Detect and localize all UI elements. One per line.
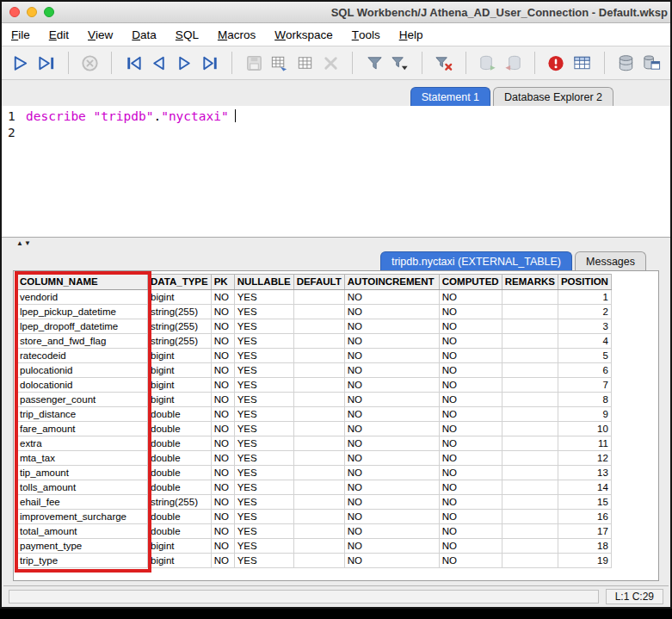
cell[interactable]: mta_tax bbox=[17, 451, 148, 466]
close-window-button[interactable] bbox=[9, 7, 20, 17]
cell[interactable]: 18 bbox=[558, 539, 611, 554]
cell[interactable]: NO bbox=[439, 539, 502, 554]
cell[interactable]: NO bbox=[439, 407, 502, 422]
cell[interactable]: 8 bbox=[558, 393, 611, 407]
cell[interactable]: 10 bbox=[558, 422, 611, 436]
cell[interactable]: NO bbox=[211, 422, 234, 436]
cell[interactable]: NO bbox=[439, 436, 502, 451]
cell[interactable]: NO bbox=[344, 363, 439, 378]
cell[interactable] bbox=[502, 524, 558, 539]
cell[interactable]: 15 bbox=[558, 495, 611, 510]
delete-row-button[interactable] bbox=[320, 51, 342, 76]
menu-sql[interactable]: SQL bbox=[166, 23, 208, 46]
cell[interactable]: YES bbox=[234, 466, 293, 480]
cell[interactable]: NO bbox=[344, 510, 439, 524]
column-header-remarks[interactable]: REMARKS bbox=[502, 275, 558, 290]
cell[interactable]: bigint bbox=[148, 290, 212, 305]
cell[interactable]: NO bbox=[439, 495, 502, 510]
table-row[interactable]: extradoubleNOYESNONO11 bbox=[17, 436, 612, 451]
stop-button[interactable] bbox=[79, 51, 102, 76]
cell[interactable] bbox=[293, 334, 344, 349]
collapse-up-icon[interactable]: ▲ bbox=[16, 240, 23, 247]
menu-help[interactable]: Help bbox=[390, 23, 433, 46]
cell[interactable]: fare_amount bbox=[17, 422, 148, 436]
cell[interactable]: tip_amount bbox=[17, 466, 148, 480]
cell[interactable]: bigint bbox=[148, 349, 212, 363]
table-row[interactable]: pulocationidbigintNOYESNONO6 bbox=[17, 363, 612, 378]
splitter[interactable]: ▲ ▼ bbox=[2, 238, 670, 250]
cell[interactable]: YES bbox=[234, 305, 293, 319]
cell[interactable]: YES bbox=[234, 319, 293, 334]
cell[interactable]: NO bbox=[439, 363, 502, 378]
cell[interactable]: NO bbox=[344, 378, 439, 393]
cell[interactable] bbox=[293, 319, 344, 334]
cell[interactable] bbox=[502, 349, 558, 363]
menu-edit[interactable]: Edit bbox=[40, 23, 78, 46]
cell[interactable]: 3 bbox=[558, 319, 611, 334]
cell[interactable]: NO bbox=[439, 554, 502, 568]
cell[interactable]: NO bbox=[211, 495, 234, 510]
cell[interactable]: NO bbox=[439, 305, 502, 319]
cell[interactable]: double bbox=[148, 480, 212, 495]
column-header-position[interactable]: POSITION bbox=[558, 275, 611, 290]
cell[interactable] bbox=[293, 451, 344, 466]
cell[interactable] bbox=[293, 378, 344, 393]
cell[interactable]: 14 bbox=[558, 480, 611, 495]
table-row[interactable]: improvement_surchargedoubleNOYESNONO16 bbox=[17, 510, 612, 524]
cell[interactable]: 5 bbox=[558, 349, 611, 363]
cell[interactable]: YES bbox=[234, 407, 293, 422]
column-header-autoincrement[interactable]: AUTOINCREMENT bbox=[344, 275, 439, 290]
cell[interactable]: NO bbox=[344, 451, 439, 466]
cell[interactable]: NO bbox=[439, 349, 502, 363]
cell[interactable]: string(255) bbox=[148, 319, 212, 334]
cell[interactable]: NO bbox=[344, 393, 439, 407]
collapse-down-icon[interactable]: ▼ bbox=[24, 240, 31, 247]
execute-selected-button[interactable] bbox=[9, 51, 32, 76]
cell[interactable]: NO bbox=[344, 466, 439, 480]
cell[interactable]: 4 bbox=[558, 334, 611, 349]
cell[interactable]: NO bbox=[211, 290, 234, 305]
cell[interactable]: YES bbox=[234, 349, 293, 363]
cell[interactable]: NO bbox=[211, 305, 234, 319]
cell[interactable] bbox=[502, 436, 558, 451]
cell[interactable]: YES bbox=[234, 378, 293, 393]
show-table-button[interactable] bbox=[571, 51, 594, 76]
db-explorer-button[interactable] bbox=[640, 51, 663, 76]
cell[interactable]: double bbox=[148, 422, 212, 436]
cell[interactable]: bigint bbox=[148, 393, 212, 407]
result-table[interactable]: COLUMN_NAMEDATA_TYPEPKNULLABLEDEFAULTAUT… bbox=[16, 274, 612, 568]
minimize-window-button[interactable] bbox=[27, 7, 37, 17]
cell[interactable]: NO bbox=[344, 290, 439, 305]
cell[interactable]: YES bbox=[234, 480, 293, 495]
cell[interactable] bbox=[293, 422, 344, 436]
cell[interactable] bbox=[293, 407, 344, 422]
insert-row-button[interactable] bbox=[268, 51, 291, 76]
cell[interactable]: NO bbox=[344, 349, 439, 363]
cell[interactable]: store_and_fwd_flag bbox=[17, 334, 148, 349]
cell[interactable] bbox=[293, 290, 344, 305]
cell[interactable] bbox=[293, 495, 344, 510]
filter-dropdown-button[interactable] bbox=[389, 51, 411, 76]
table-row[interactable]: vendoridbigintNOYESNONO1 bbox=[17, 290, 612, 305]
table-row[interactable]: dolocationidbigintNOYESNONO7 bbox=[17, 378, 612, 393]
cell[interactable]: YES bbox=[234, 290, 293, 305]
cell[interactable] bbox=[293, 466, 344, 480]
cell[interactable] bbox=[293, 305, 344, 319]
cell[interactable]: ehail_fee bbox=[17, 495, 148, 510]
cell[interactable]: double bbox=[148, 510, 212, 524]
cell[interactable]: NO bbox=[439, 393, 502, 407]
cell[interactable]: NO bbox=[344, 407, 439, 422]
cell[interactable]: bigint bbox=[148, 363, 212, 378]
tab-database-explorer-2[interactable]: Database Explorer 2 bbox=[493, 87, 613, 106]
cell[interactable]: NO bbox=[211, 334, 234, 349]
cell[interactable]: NO bbox=[344, 524, 439, 539]
cell[interactable]: NO bbox=[211, 524, 234, 539]
table-row[interactable]: passenger_countbigintNOYESNONO8 bbox=[17, 393, 612, 407]
cell[interactable]: 11 bbox=[558, 436, 611, 451]
cell[interactable]: passenger_count bbox=[17, 393, 148, 407]
cell[interactable] bbox=[502, 319, 558, 334]
cell[interactable]: 6 bbox=[558, 363, 611, 378]
cell[interactable]: 9 bbox=[558, 407, 611, 422]
cell[interactable]: YES bbox=[234, 363, 293, 378]
cell[interactable] bbox=[502, 422, 558, 436]
